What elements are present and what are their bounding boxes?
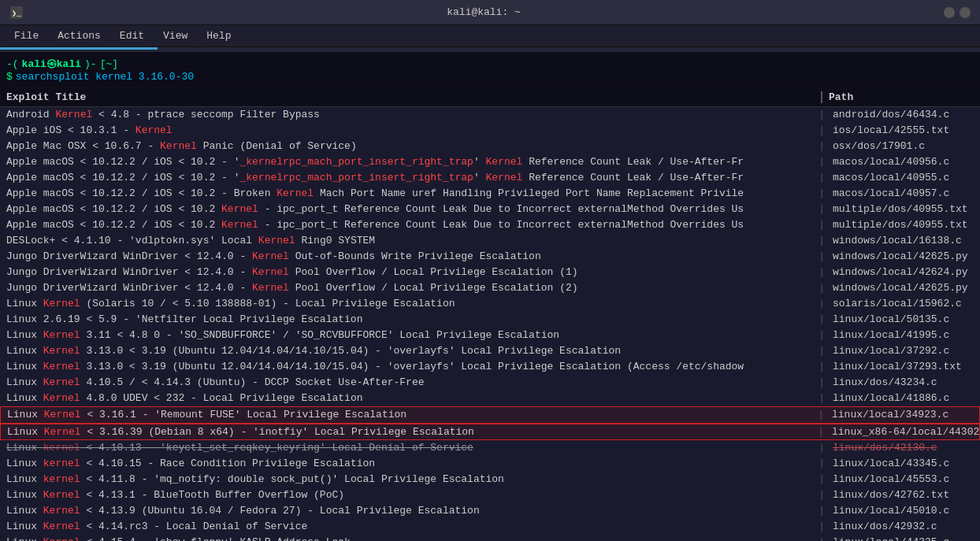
results-list[interactable]: Android Kernel < 4.8 - ptrace seccomp Fi… [0, 107, 980, 541]
window-title: kali@kali: ~ [447, 6, 521, 18]
table-row: Linux Kernel (Solaris 10 / < 5.10 138888… [0, 296, 980, 312]
prompt-user: kali㉿kali [22, 57, 81, 71]
column-divider: | [817, 107, 826, 123]
column-divider: | [817, 375, 826, 391]
table-row: Linux kernel < 4.10.13 - 'keyctl_set_req… [0, 440, 980, 456]
column-divider: | [816, 424, 826, 440]
table-row: Linux Kernel 3.13.0 < 3.19 (Ubuntu 12.04… [0, 359, 980, 375]
exploit-path: windows/local/16138.c [826, 233, 980, 249]
exploit-title: Apple macOS < 10.12.2 / iOS < 10.2 Kerne… [0, 217, 817, 233]
column-divider: | [817, 343, 826, 359]
table-row: Apple macOS < 10.12.2 / iOS < 10.2 - Bro… [0, 186, 980, 202]
table-row: Linux Kernel 3.13.0 < 3.19 (Ubuntu 12.04… [0, 343, 980, 359]
column-divider: | [817, 359, 826, 375]
exploit-title: Jungo DriverWizard WinDriver < 12.4.0 - … [0, 249, 817, 265]
column-divider: | [817, 296, 826, 312]
exploit-path: linux/dos/42932.c [826, 519, 980, 535]
exploit-title: Linux Kernel < 3.16.1 - 'Remount FUSE' L… [1, 407, 816, 423]
table-header: Exploit Title Path [0, 88, 980, 107]
table-row: Linux Kernel < 4.13.9 (Ubuntu 16.04 / Fe… [0, 503, 980, 519]
exploit-title: DESLock+ < 4.1.10 - 'vdlptokn.sys' Local… [0, 233, 817, 249]
column-divider: | [816, 407, 826, 423]
table-row: Linux Kernel < 4.13.1 - BlueTooth Buffer… [0, 487, 980, 503]
exploit-path: macos/local/40957.c [826, 186, 980, 202]
exploit-title: Apple Mac OSX < 10.6.7 - Kernel Panic (D… [0, 139, 817, 154]
table-row: Apple Mac OSX < 10.6.7 - Kernel Panic (D… [0, 139, 980, 154]
exploit-title: Linux Kernel < 3.16.39 (Debian 8 x64) - … [1, 424, 816, 440]
menu-view[interactable]: View [155, 28, 195, 43]
table-row: Apple macOS < 10.12.2 / iOS < 10.2 Kerne… [0, 217, 980, 233]
exploit-path: linux/local/45010.c [826, 503, 980, 519]
exploit-title: Linux Kernel < 4.13.1 - BlueTooth Buffer… [0, 487, 817, 503]
exploit-path: linux/local/37292.c [826, 343, 980, 359]
exploit-path: linux/dos/42130.c [826, 440, 980, 456]
exploit-path: linux/dos/42762.txt [826, 487, 980, 503]
exploit-title: Android Kernel < 4.8 - ptrace seccomp Fi… [0, 107, 817, 123]
svg-text:❯_: ❯_ [12, 9, 22, 18]
column-divider: | [817, 328, 826, 343]
table-row: Apple macOS < 10.12.2 / iOS < 10.2 - '_k… [0, 154, 980, 170]
table-row: Jungo DriverWizard WinDriver < 12.4.0 - … [0, 265, 980, 280]
exploit-path: linux/local/41995.c [826, 328, 980, 343]
exploit-title: Apple iOS < 10.3.1 - Kernel [0, 123, 817, 139]
exploit-path: linux/local/45553.c [826, 472, 980, 487]
table-row: Linux Kernel 4.10.5 / < 4.14.3 (Ubuntu) … [0, 375, 980, 391]
exploit-path: linux_x86-64/local/44302.c [826, 424, 979, 440]
table-row: Android Kernel < 4.8 - ptrace seccomp Fi… [0, 107, 980, 123]
table-row: Linux kernel < 4.11.8 - 'mq_notify: doub… [0, 472, 980, 487]
titlebar: ❯_ kali@kali: ~ [0, 0, 980, 25]
column-divider: | [817, 519, 826, 535]
header-exploit-title: Exploit Title [0, 91, 821, 103]
column-divider: | [817, 202, 826, 217]
exploit-path: multiple/dos/40955.txt [826, 202, 980, 217]
command-line: $ searchsploit kernel 3.16.0-30 [6, 71, 974, 83]
exploit-path: osx/dos/17901.c [826, 139, 980, 154]
exploit-title: Linux 2.6.19 < 5.9 - 'Netfilter Local Pr… [0, 312, 817, 328]
exploit-title: Linux Kernel 3.11 < 4.8 0 - 'SO_SNDBUFFO… [0, 328, 817, 343]
column-divider: | [817, 139, 826, 154]
exploit-path: macos/local/40955.c [826, 170, 980, 186]
prompt-line: -( kali㉿kali )- [~] [6, 57, 974, 71]
column-divider: | [817, 503, 826, 519]
menu-file[interactable]: File [6, 28, 46, 43]
column-divider: | [817, 472, 826, 487]
table-row: Jungo DriverWizard WinDriver < 12.4.0 - … [0, 249, 980, 265]
table-row: Linux Kernel < 4.14.rc3 - Local Denial o… [0, 519, 980, 535]
header-path: Path [822, 91, 980, 103]
exploit-path: solaris/local/15962.c [826, 296, 980, 312]
column-divider: | [817, 217, 826, 233]
menu-edit[interactable]: Edit [112, 28, 152, 43]
exploit-path: linux/local/50135.c [826, 312, 980, 328]
exploit-title: Linux kernel < 4.11.8 - 'mq_notify: doub… [0, 472, 817, 487]
table-row: Linux Kernel < 3.16.1 - 'Remount FUSE' L… [0, 406, 980, 424]
exploit-title: Linux Kernel < 4.14.rc3 - Local Denial o… [0, 519, 817, 535]
column-divider: | [817, 487, 826, 503]
exploit-path: linux/local/43345.c [826, 456, 980, 472]
window-controls [944, 7, 971, 18]
column-divider: | [817, 123, 826, 139]
minimize-button[interactable] [944, 7, 955, 18]
menu-help[interactable]: Help [199, 28, 239, 43]
menu-actions[interactable]: Actions [50, 28, 109, 43]
exploit-path: linux/local/37293.txt [826, 359, 980, 375]
column-divider: | [817, 312, 826, 328]
exploit-title: Apple macOS < 10.12.2 / iOS < 10.2 - Bro… [0, 186, 817, 202]
table-row: Apple iOS < 10.3.1 - Kernel|ios/local/42… [0, 123, 980, 139]
titlebar-left: ❯_ [9, 6, 24, 20]
table-row: DESLock+ < 4.1.10 - 'vdlptokn.sys' Local… [0, 233, 980, 249]
table-row: Jungo DriverWizard WinDriver < 12.4.0 - … [0, 280, 980, 296]
column-divider: | [817, 154, 826, 170]
column-divider: | [817, 265, 826, 280]
exploit-title: Apple macOS < 10.12.2 / iOS < 10.2 - '_k… [0, 154, 817, 170]
active-tab-indicator [0, 47, 158, 50]
exploit-path: windows/local/42624.py [826, 265, 980, 280]
column-divider: | [817, 535, 826, 541]
column-divider: | [817, 391, 826, 406]
exploit-path: linux/local/41886.c [826, 391, 980, 406]
table-row: Apple macOS < 10.12.2 / iOS < 10.2 Kerne… [0, 202, 980, 217]
table-row: Linux Kernel < 3.16.39 (Debian 8 x64) - … [0, 424, 980, 441]
column-divider: | [817, 456, 826, 472]
maximize-button[interactable] [960, 7, 971, 18]
prompt-bracket-close: )- [84, 58, 97, 70]
table-row: Linux Kernel < 4.15.4 - 'show_floppy' KA… [0, 535, 980, 541]
